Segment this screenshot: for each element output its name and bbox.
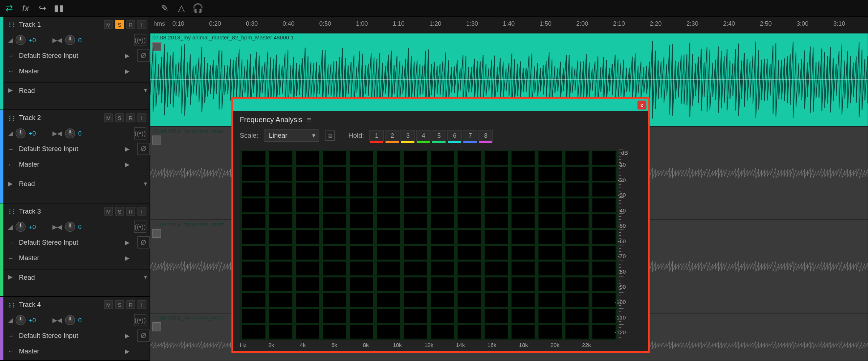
phase-icon[interactable]: Ø: [137, 236, 150, 249]
scale-select[interactable]: Linear: [264, 129, 320, 142]
automation-mode[interactable]: Read: [19, 180, 139, 188]
mute-button[interactable]: M: [104, 113, 113, 123]
record-button[interactable]: R: [126, 113, 135, 123]
chevron-right-icon[interactable]: ▶: [123, 254, 131, 262]
panel-menu-icon[interactable]: ≡: [307, 116, 311, 124]
input-monitor-button[interactable]: I: [137, 113, 146, 123]
pan-icon: ▶◀: [52, 130, 61, 137]
hold-slot[interactable]: 5: [432, 130, 446, 141]
chevron-down-icon[interactable]: ▾: [142, 87, 150, 94]
track-name[interactable]: Track 3: [19, 207, 41, 215]
input-monitor-button[interactable]: I: [137, 300, 146, 309]
svg-rect-82: [619, 318, 621, 319]
solo-button[interactable]: S: [115, 113, 124, 123]
close-icon[interactable]: x: [638, 100, 647, 109]
output-route[interactable]: Master: [19, 160, 119, 168]
chevron-right-icon[interactable]: ▶: [123, 332, 131, 339]
output-route[interactable]: Master: [19, 67, 119, 75]
phase-icon[interactable]: Ø: [137, 143, 150, 155]
pan-knob[interactable]: [65, 315, 75, 325]
volume-knob[interactable]: [16, 315, 26, 325]
chevron-down-icon[interactable]: ▾: [142, 180, 150, 187]
volume-knob[interactable]: [16, 222, 26, 232]
chevron-right-icon[interactable]: ▶: [123, 161, 131, 168]
input-route[interactable]: Default Stereo Input: [19, 145, 119, 153]
svg-rect-80: [619, 311, 621, 312]
output-route[interactable]: Master: [19, 254, 119, 262]
solo-button[interactable]: S: [115, 300, 124, 309]
volume-knob[interactable]: [16, 35, 26, 45]
chevron-right-icon[interactable]: ▶: [123, 68, 131, 75]
volume-icon: ◢: [8, 36, 12, 44]
phase-icon[interactable]: Ø: [137, 50, 150, 62]
output-arrow-icon: ←: [8, 68, 16, 74]
svg-rect-55: [619, 232, 621, 233]
hold-slot[interactable]: 4: [416, 130, 431, 141]
input-monitor-button[interactable]: I: [137, 20, 146, 29]
hold-slot[interactable]: 1: [370, 130, 384, 141]
phase-icon[interactable]: Ø: [137, 330, 150, 342]
chevron-right-icon[interactable]: ▶: [123, 145, 131, 152]
time-ruler[interactable]: hms 0:100:200:300:400:501:001:101:201:30…: [150, 17, 868, 33]
pan-knob[interactable]: [65, 222, 75, 232]
solo-button[interactable]: S: [115, 20, 124, 29]
volume-icon: ◢: [8, 130, 12, 137]
track-name[interactable]: Track 4: [19, 301, 41, 309]
volume-knob[interactable]: [16, 128, 26, 138]
hold-slot[interactable]: 8: [478, 130, 493, 141]
record-button[interactable]: R: [126, 300, 135, 309]
automation-mode[interactable]: Read: [19, 86, 139, 94]
pan-knob[interactable]: [65, 35, 75, 45]
hold-slot[interactable]: 6: [447, 130, 462, 141]
hold-slot[interactable]: 7: [463, 130, 477, 141]
mute-button[interactable]: M: [104, 20, 113, 29]
record-button[interactable]: R: [126, 207, 135, 216]
marker-icon[interactable]: ✎: [159, 3, 170, 14]
ruler-tick: 2:00: [576, 20, 588, 26]
x-tick: 18k: [519, 342, 528, 348]
output-route[interactable]: Master: [19, 347, 119, 355]
route-icon[interactable]: ⇄: [3, 3, 14, 14]
chevron-right-icon[interactable]: ▶: [123, 239, 131, 246]
expand-icon[interactable]: ▶: [8, 274, 16, 281]
track-name[interactable]: Track 1: [19, 21, 41, 29]
mute-button[interactable]: M: [104, 300, 113, 309]
solo-button[interactable]: S: [115, 207, 124, 216]
chevron-right-icon[interactable]: ▶: [123, 52, 131, 59]
copy-icon[interactable]: ⧉: [325, 130, 335, 141]
headphone-icon[interactable]: 🎧: [192, 3, 204, 14]
ruler-tick: 0:10: [173, 20, 184, 26]
input-route[interactable]: Default Stereo Input: [19, 332, 119, 340]
x-tick: 20k: [550, 342, 559, 348]
metronome-icon[interactable]: △: [176, 3, 187, 14]
stereo-icon[interactable]: ((•)): [134, 127, 146, 139]
stereo-icon[interactable]: ((•)): [134, 221, 146, 233]
fx-icon[interactable]: fx: [20, 3, 31, 14]
chevron-right-icon[interactable]: ▶: [123, 348, 131, 355]
pan-knob[interactable]: [65, 128, 75, 138]
hold-slot[interactable]: 3: [401, 130, 415, 141]
ruler-tick: 2:40: [723, 20, 735, 26]
input-monitor-button[interactable]: I: [137, 207, 146, 216]
stereo-icon[interactable]: ((•)): [134, 314, 146, 326]
automation-mode[interactable]: Read: [19, 273, 139, 281]
dialog-titlebar[interactable]: x: [233, 99, 648, 111]
stereo-icon[interactable]: ((•)): [134, 34, 146, 46]
meter-icon[interactable]: ▮▮: [54, 3, 65, 14]
input-route[interactable]: Default Stereo Input: [19, 52, 119, 60]
hold-slot[interactable]: 2: [385, 130, 400, 141]
track-name[interactable]: Track 2: [19, 114, 41, 122]
chevron-down-icon[interactable]: ▾: [142, 274, 150, 281]
expand-icon[interactable]: ▶: [8, 180, 16, 187]
mute-button[interactable]: M: [104, 207, 113, 216]
expand-icon[interactable]: ▶: [8, 87, 16, 94]
send-icon[interactable]: ↪: [37, 3, 48, 14]
scale-label: Scale:: [240, 132, 258, 140]
svg-rect-36: [619, 172, 621, 172]
input-route[interactable]: Default Stereo Input: [19, 238, 119, 246]
record-button[interactable]: R: [126, 20, 135, 29]
svg-rect-59: [619, 245, 624, 245]
svg-rect-43: [619, 194, 621, 195]
frequency-graph[interactable]: dB -10-20-30-40-50-60-70-80-90-100-110-1…: [240, 150, 641, 348]
svg-rect-37: [619, 175, 621, 176]
